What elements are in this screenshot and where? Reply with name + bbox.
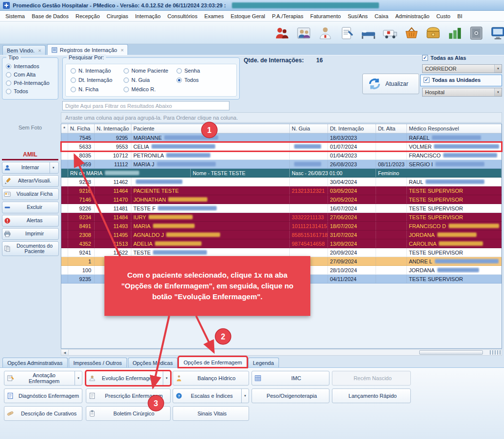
alas-dropdown[interactable]: CORREDOR ▼ <box>422 64 502 73</box>
atualizar-button[interactable]: Atualizar <box>362 74 419 94</box>
patients-icon[interactable] <box>273 24 291 42</box>
menu-item-estoque-geral[interactable]: Estoque Geral <box>227 11 268 21</box>
descri-o-de-curativos-button[interactable]: Descrição de Curativos <box>4 406 82 421</box>
menu-item-recep-o[interactable]: Recepção <box>72 11 103 21</box>
radio-pr-interna-o[interactable]: Pré-Internação <box>6 79 54 86</box>
sinais-vitais-button[interactable]: Sinais Vitais <box>173 406 249 421</box>
evolu-o-enfermagem-button[interactable]: Evolução Enfermagem▼ <box>86 371 171 386</box>
menu-item-sistema[interactable]: Sistema <box>2 11 28 21</box>
boletim-cir-rgico-button[interactable]: Boletim Cirúrgico <box>86 406 171 421</box>
radio-todos[interactable]: Todos <box>176 77 221 83</box>
column-header-dt-alta[interactable]: Dt. Alta <box>376 124 407 133</box>
radio-senha[interactable]: Senha <box>176 67 221 74</box>
column-header-n-ficha[interactable]: N. Ficha <box>68 124 95 133</box>
tab-op-es-m-dicas[interactable]: Opções Médicas <box>128 358 178 367</box>
alterar-visuali-button[interactable]: Alterar/Visuali. <box>2 175 59 187</box>
horizontal-scrollbar[interactable]: ◀ <box>61 349 502 356</box>
tab-op-es-adminstrativas[interactable]: Opções Adminstrativas <box>2 358 68 367</box>
tab-bem-vindo[interactable]: Bem Vindo. × <box>2 45 46 55</box>
treasury-icon[interactable] <box>424 24 442 42</box>
staff-icon[interactable] <box>294 24 313 42</box>
excluir-button[interactable]: Excluir <box>2 202 59 213</box>
radio-n-ficha[interactable]: N. Ficha <box>71 86 124 93</box>
scrollbar-grip[interactable] <box>490 350 501 355</box>
diagn-stico-enfermagem-button[interactable]: Diagnóstico Enfermagem <box>4 388 82 403</box>
column-header-m-dico-respons-vel[interactable]: Médico Responsável <box>407 124 502 133</box>
prescri-o-enfermagem-button[interactable]: Prescrição Enfermagem <box>86 388 171 403</box>
grid-row[interactable]: 56339553CELIA01/07/2024VOLMER <box>61 142 502 151</box>
menu-item-cirurgias[interactable]: Cirurgias <box>103 11 132 21</box>
chevron-down-icon[interactable]: ▼ <box>494 88 502 96</box>
filter-input[interactable] <box>62 101 229 110</box>
grid-row[interactable]: 435211513ADELIA9874541465813/09/2024CARO… <box>61 239 502 248</box>
todas-as-alas-row[interactable]: Todas as Alas <box>422 55 466 61</box>
doctor-icon[interactable] <box>316 24 334 42</box>
dropdown-arrow-icon[interactable]: ▼ <box>50 162 57 173</box>
imc-button[interactable]: IMC <box>252 371 329 386</box>
menu-item-p-a-terapias[interactable]: P.A./Terapias <box>269 11 307 21</box>
basket-icon[interactable] <box>402 24 421 42</box>
grid-row[interactable]: 714611470JOHNATHAN20/05/2024TESTE SUPERV… <box>61 195 502 204</box>
todas-as-unidades-row[interactable]: Todas as Unidades <box>424 77 480 83</box>
bed-icon[interactable] <box>359 24 378 42</box>
menu-item-bi[interactable]: BI <box>454 11 466 21</box>
grid-row[interactable]: 921611464PACIENTE TESTE2132131232103/05/… <box>61 186 502 195</box>
rn-subrow[interactable]: RN de MARIANome - TESTE TESTENasc - 26/0… <box>61 169 502 178</box>
grid-row[interactable]: 922611481TESTE F16/07/2024TESTE SUPERVIS… <box>61 204 502 213</box>
dropdown-arrow-icon[interactable]: ▼ <box>75 371 82 385</box>
grid-row[interactable]: 849111493MARIA10111213141518/07/2024FRAN… <box>61 222 502 231</box>
radio-internados[interactable]: Internados <box>6 63 54 70</box>
menu-item-custo[interactable]: Custo <box>433 11 454 21</box>
column-header-dt-interna-o[interactable]: Dt. Internação <box>328 124 376 133</box>
grid-row[interactable]: 923411484IURY3332221113327/06/2024TESTE … <box>61 213 502 222</box>
todas-as-alas-checkbox[interactable] <box>422 55 428 61</box>
close-icon[interactable]: × <box>38 48 41 53</box>
finance-icon[interactable] <box>445 24 464 42</box>
radio-n-interna-o[interactable]: N. Internação <box>71 67 124 74</box>
dropdown-arrow-icon[interactable]: ▼ <box>163 371 170 385</box>
column-header-paciente[interactable]: Paciente <box>131 124 290 133</box>
dropdown-arrow-icon[interactable]: ▼ <box>241 389 249 403</box>
menu-item-exames[interactable]: Exames <box>201 11 227 21</box>
prescription-icon[interactable] <box>337 24 356 42</box>
menu-item-base-de-dados[interactable]: Base de Dados <box>28 11 72 21</box>
menu-item-faturamento[interactable]: Faturamento <box>307 11 344 21</box>
close-icon[interactable]: × <box>121 47 124 53</box>
menu-item-caixa[interactable]: Caixa <box>371 11 392 21</box>
escalas-e-ndices-button[interactable]: ?Escalas e Índices▼ <box>173 388 249 403</box>
alertas-button[interactable]: Alertas <box>2 215 59 227</box>
safe-icon[interactable] <box>467 24 485 42</box>
scroll-left-icon[interactable]: ◀ <box>61 350 69 355</box>
scrollbar-thumb[interactable] <box>419 350 483 355</box>
unidades-dropdown[interactable]: Hospital ▼ <box>422 88 502 97</box>
menu-item-administra-o[interactable]: Administração <box>392 11 433 21</box>
tab-legenda[interactable]: Legenda <box>248 358 279 367</box>
lan-amento-r-pido-button[interactable]: Lançamento Rápido <box>332 388 411 403</box>
visualizar-ficha-button[interactable]: Visualizar Ficha <box>2 188 59 200</box>
todas-as-unidades-checkbox[interactable] <box>424 77 429 83</box>
group-by-bar[interactable]: Arraste uma coluna aqui para agrupá-la. … <box>61 112 502 123</box>
radio-n-guia[interactable]: N. Guia <box>124 77 176 83</box>
column-header-n-guia[interactable]: N. Guia <box>290 124 328 133</box>
grid-row[interactable]: 92381146230/04/2024RAUL <box>61 178 502 186</box>
balan-o-h-drico-button[interactable]: Balanço Hídrico <box>173 371 249 386</box>
internar-button[interactable]: Internar▼ <box>2 162 59 174</box>
bi-icon[interactable] <box>488 24 504 42</box>
tab-impress-es-outros[interactable]: Impressões / Outros <box>69 358 127 367</box>
radio-dt-interna-o[interactable]: Dt. Internação <box>71 77 124 83</box>
grid-row[interactable]: 230811495AGNALDO J85851516171831/07/2024… <box>61 231 502 239</box>
menu-item-consult-rios[interactable]: Consultórios <box>164 11 201 21</box>
radio-m-dico-r[interactable]: Médico R. <box>124 86 176 93</box>
menu-item-sus-ans[interactable]: Sus/Ans <box>344 11 371 21</box>
imprimir-button[interactable]: Imprimir <box>2 228 59 240</box>
grid-row[interactable]: 803510712PETRONILA01/04/2023FRANCISCO <box>61 151 502 160</box>
grid-row[interactable]: 75459295MARIANNE18/03/2023RAFAEL <box>61 133 502 142</box>
ambulance-icon[interactable] <box>380 24 399 42</box>
tab-registros-de-internacao[interactable]: Registros de Internação × <box>47 44 128 55</box>
menu-item-interna-o[interactable]: Internação <box>132 11 164 21</box>
anota-o-enfermagem-button[interactable]: Anotação Enfermagem▼ <box>4 371 82 386</box>
radio-todos[interactable]: Todos <box>6 88 54 95</box>
documentos-do-paciente-button[interactable]: Documentos do Paciente <box>2 241 59 256</box>
tab-op-es-de-enfermagem[interactable]: Opções de Enfermagem <box>178 357 247 367</box>
column-header-n-interna-o[interactable]: N. Internação <box>95 124 131 133</box>
